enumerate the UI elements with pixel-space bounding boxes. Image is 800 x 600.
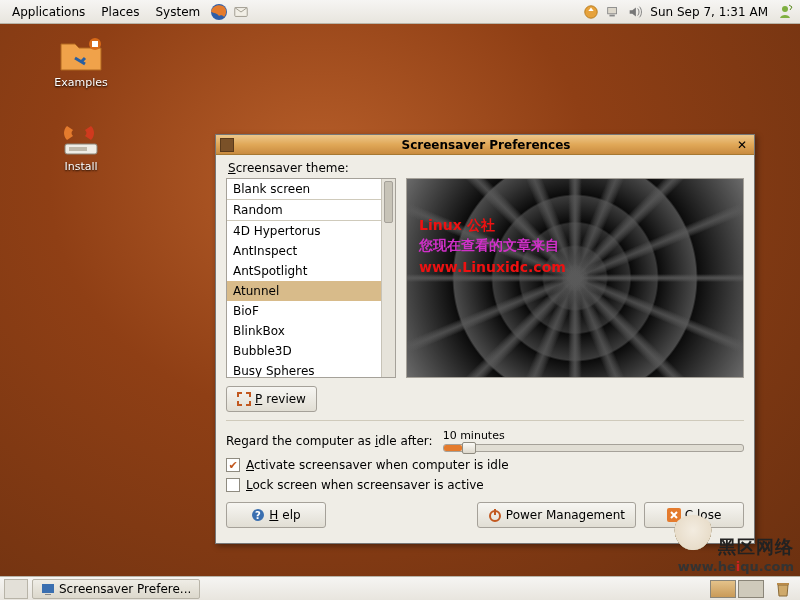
theme-listbox[interactable]: Blank screen Random 4D Hypertorus AntIns… xyxy=(226,178,396,378)
menu-applications[interactable]: Applications xyxy=(4,5,93,19)
window-close-button[interactable]: ✕ xyxy=(734,138,750,152)
fullscreen-icon xyxy=(237,392,251,406)
show-desktop-button[interactable] xyxy=(4,579,28,599)
task-icon xyxy=(41,582,55,596)
desktop-icon-label: Examples xyxy=(46,76,116,89)
theme-item[interactable]: Random xyxy=(227,200,395,221)
mail-icon[interactable] xyxy=(232,3,250,21)
svg-point-5 xyxy=(782,6,788,12)
idle-value: 10 minutes xyxy=(443,429,744,442)
task-label: Screensaver Prefere... xyxy=(59,582,191,596)
activate-checkbox[interactable]: ✔ xyxy=(226,458,240,472)
workspace-1[interactable] xyxy=(710,580,736,598)
overlay-line2: 您现在查看的文章来自 xyxy=(419,237,559,255)
network-icon[interactable] xyxy=(604,3,622,21)
scrollbar-thumb[interactable] xyxy=(384,181,393,223)
svg-rect-13 xyxy=(494,509,496,515)
bottom-panel: Screensaver Prefere... xyxy=(0,576,800,600)
svg-rect-17 xyxy=(777,583,789,585)
trash-icon[interactable] xyxy=(772,578,794,600)
menu-places[interactable]: Places xyxy=(93,5,147,19)
theme-item[interactable]: AntInspect xyxy=(227,241,395,261)
svg-rect-7 xyxy=(92,41,98,47)
update-icon[interactable] xyxy=(582,3,600,21)
preview-button[interactable]: Preview xyxy=(226,386,317,412)
theme-item[interactable]: AntSpotlight xyxy=(227,261,395,281)
svg-text:?: ? xyxy=(255,510,261,521)
taskbar-item[interactable]: Screensaver Prefere... xyxy=(32,579,200,599)
theme-item[interactable]: Blank screen xyxy=(227,179,395,200)
idle-slider[interactable] xyxy=(443,444,744,452)
svg-rect-9 xyxy=(69,147,87,151)
logout-icon[interactable] xyxy=(776,3,794,21)
window-icon xyxy=(220,138,234,152)
watermark: 黑区网络 www.heiqu.com xyxy=(672,515,794,574)
power-management-button[interactable]: Power Management xyxy=(477,502,636,528)
titlebar[interactable]: Screensaver Preferences ✕ xyxy=(216,135,754,155)
mushroom-icon xyxy=(672,515,714,553)
workspace-2[interactable] xyxy=(738,580,764,598)
svg-rect-15 xyxy=(42,584,54,593)
clock[interactable]: Sun Sep 7, 1:31 AM xyxy=(646,5,774,19)
svg-rect-3 xyxy=(608,7,617,13)
window-title: Screensaver Preferences xyxy=(238,138,734,152)
lock-checkbox[interactable] xyxy=(226,478,240,492)
activate-label: Activate screensaver when computer is id… xyxy=(246,458,509,472)
firefox-icon[interactable] xyxy=(210,3,228,21)
svg-rect-4 xyxy=(610,14,615,16)
screensaver-preview: Linux 公社 您现在查看的文章来自 www.Linuxidc.com xyxy=(406,178,744,378)
lock-label: Lock screen when screensaver is active xyxy=(246,478,484,492)
desktop-icon-examples[interactable]: Examples xyxy=(46,34,116,89)
idle-label: Regard the computer as idle after: xyxy=(226,434,433,448)
slider-thumb[interactable] xyxy=(462,442,476,454)
screensaver-prefs-window: Screensaver Preferences ✕ Screensaver th… xyxy=(215,134,755,544)
menu-system[interactable]: System xyxy=(147,5,208,19)
overlay-line1: Linux 公社 xyxy=(419,217,495,235)
desktop-icon-label: Install xyxy=(46,160,116,173)
theme-item-selected[interactable]: Atunnel xyxy=(227,281,395,301)
help-button[interactable]: ? Help xyxy=(226,502,326,528)
overlay-line3: www.Linuxidc.com xyxy=(419,259,566,275)
help-icon: ? xyxy=(251,508,265,522)
desktop-icon-install[interactable]: Install xyxy=(46,118,116,173)
svg-rect-16 xyxy=(45,594,51,595)
top-panel: Applications Places System Sun Sep 7, 1:… xyxy=(0,0,800,24)
listbox-scrollbar[interactable] xyxy=(381,179,395,377)
theme-item[interactable]: BlinkBox xyxy=(227,321,395,341)
theme-item[interactable]: 4D Hypertorus xyxy=(227,221,395,241)
volume-icon[interactable] xyxy=(626,3,644,21)
theme-item[interactable]: BioF xyxy=(227,301,395,321)
power-icon xyxy=(488,508,502,522)
theme-item[interactable]: Bubble3D xyxy=(227,341,395,361)
theme-item[interactable]: Busy Spheres xyxy=(227,361,395,377)
theme-label: Screensaver theme: xyxy=(228,161,744,175)
workspace-switcher[interactable] xyxy=(710,580,766,598)
